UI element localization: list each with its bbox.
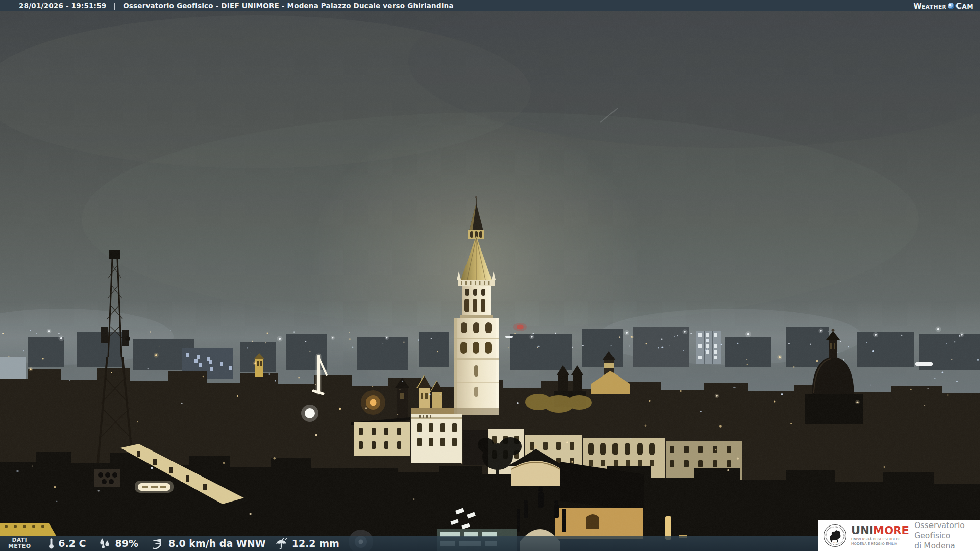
unimore-seal: 1175 <box>823 524 847 547</box>
wordmark-more: MORE <box>873 524 909 537</box>
wind-item: 8.0 km/h da WNW <box>150 537 266 549</box>
rain-item: 12.2 mm <box>275 537 339 549</box>
humidity-item: 89% <box>99 538 138 549</box>
separator: | <box>113 2 116 10</box>
rain-umbrella-icon <box>275 537 288 549</box>
logo-weather-initial: W <box>913 2 922 11</box>
logo-cam-rest: AM <box>962 3 973 10</box>
webcam-photo <box>0 0 980 551</box>
rain-value: 12.2 mm <box>292 538 339 549</box>
unimore-panel: 1175 UNIMORE UNIVERSITÀ DEGLI STUDI DI M… <box>818 520 980 551</box>
humidity-drops-icon <box>99 538 112 549</box>
wordmark-uni: UNI <box>851 524 873 537</box>
dati-label-line2: METEO <box>8 543 31 549</box>
humidity-value: 89% <box>115 538 138 549</box>
page-title: Osservatorio Geofisico - DIEF UNIMORE - … <box>123 2 454 10</box>
observatory-line2: di Modena <box>914 541 980 551</box>
film-grain <box>0 0 980 551</box>
logo-weather-rest: EATHER <box>922 4 946 10</box>
thermometer-icon <box>48 537 55 549</box>
top-bar: 28/01/2026 - 19:51:59 | Osservatorio Geo… <box>0 0 980 11</box>
seal-year: 1175 <box>832 542 837 544</box>
temperature-item: 6.2 C <box>48 537 86 549</box>
observatory-line1: Osservatorio Geofisico <box>914 520 980 541</box>
wind-value: 8.0 km/h da WNW <box>168 538 266 549</box>
unimore-wordmark: UNIMORE UNIVERSITÀ DEGLI STUDI DI MODENA… <box>851 525 909 546</box>
university-line1: UNIVERSITÀ DEGLI STUDI DI <box>851 537 909 541</box>
wind-vane-icon <box>150 537 165 549</box>
webcam-page: 28/01/2026 - 19:51:59 | Osservatorio Geo… <box>0 0 980 551</box>
weathercam-logo: WEATHER CAM <box>913 1 973 11</box>
observatory-name: Osservatorio Geofisico di Modena <box>914 520 980 551</box>
dati-meteo-label: DATI METEO <box>8 537 31 550</box>
camera-lens-icon <box>948 3 954 9</box>
temperature-value: 6.2 C <box>58 538 86 549</box>
university-subtitle: UNIVERSITÀ DEGLI STUDI DI MODENA E REGGI… <box>851 537 909 546</box>
university-line2: MODENA E REGGIO EMILIA <box>851 542 909 546</box>
timestamp-text: 28/01/2026 - 19:51:59 <box>19 2 106 10</box>
logo-cam-initial: C <box>955 1 962 11</box>
